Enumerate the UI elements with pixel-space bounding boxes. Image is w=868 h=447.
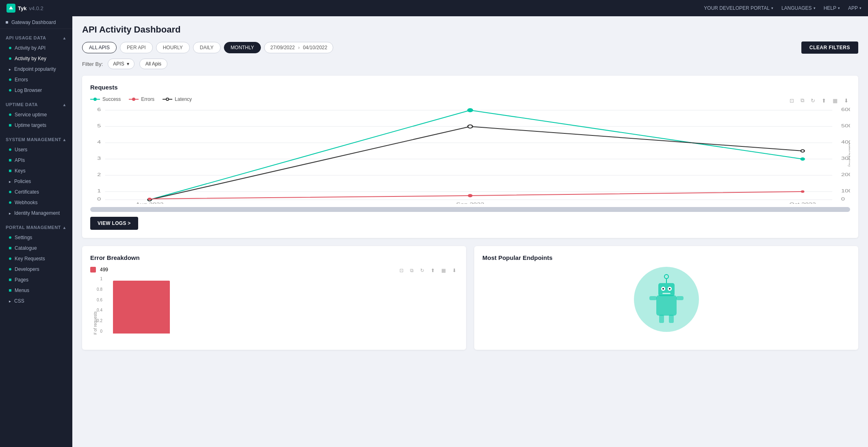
- sidebar-item-log-browser[interactable]: Log Browser: [0, 85, 72, 96]
- dot-icon: [9, 268, 11, 270]
- svg-text:0: 0: [841, 196, 845, 201]
- app-nav[interactable]: APP ▾: [848, 5, 861, 11]
- robot-circle: [634, 267, 699, 332]
- sidebar-item-keys[interactable]: Keys: [0, 166, 72, 176]
- collapse-api-usage-icon[interactable]: ▲: [63, 36, 67, 40]
- svg-text:0: 0: [97, 196, 101, 201]
- app-chevron-icon: ▾: [859, 6, 861, 10]
- chart-icon-refresh[interactable]: ↻: [809, 97, 817, 105]
- error-chart-icon-bar[interactable]: ▦: [440, 267, 447, 274]
- filter-monthly-btn[interactable]: MONTHLY: [224, 42, 261, 53]
- collapse-uptime-icon[interactable]: ▲: [63, 102, 67, 107]
- chart-icon-bar[interactable]: ▦: [831, 97, 839, 105]
- filter-apis-chevron-icon: ▾: [127, 61, 129, 67]
- svg-rect-43: [659, 315, 664, 323]
- date-range-picker[interactable]: 27/09/2022 › 04/10/2022: [264, 42, 333, 53]
- error-breakdown-card: Error Breakdown ⊡ ⧉ ↻ ⬆ ▦ ⬇ 499: [82, 246, 466, 350]
- main-content: API Activity Dashboard ALL APIS PER API …: [72, 16, 868, 447]
- error-chart-icon-expand[interactable]: ⊡: [398, 267, 405, 274]
- sidebar-item-endpoint-popularity[interactable]: ▸ Endpoint popularity: [0, 64, 72, 74]
- dot-icon: [9, 191, 11, 193]
- sidebar-item-identity[interactable]: ▸ Identity Management: [0, 208, 72, 218]
- filter-apis-select[interactable]: APIS ▾: [108, 59, 134, 69]
- svg-text:5: 5: [97, 123, 101, 128]
- chart-icon-expand[interactable]: ⊡: [788, 97, 796, 105]
- dot-icon: [9, 89, 11, 92]
- square-icon: [9, 279, 11, 281]
- legend-latency: Latency: [163, 96, 192, 102]
- filter-per-api-btn[interactable]: PER API: [120, 42, 153, 53]
- chart-icon-copy[interactable]: ⧉: [799, 96, 806, 105]
- legend-latency-label: Latency: [175, 96, 192, 102]
- clear-filters-btn[interactable]: CLEAR FILTERS: [801, 41, 858, 54]
- svg-text:600: 600: [841, 107, 850, 112]
- dot-icon: [9, 47, 11, 49]
- system-section-header: System Management ▲: [0, 133, 72, 144]
- dot-icon: [9, 236, 11, 239]
- dot-icon: [9, 257, 11, 260]
- sidebar: Gateway Dashboard API Usage Data ▲ Activ…: [0, 16, 72, 447]
- chart-scrollbar[interactable]: [90, 207, 850, 212]
- filter-all-apis-btn[interactable]: ALL APIS: [82, 42, 117, 53]
- error-chart-icon-up[interactable]: ⬆: [429, 267, 436, 274]
- error-chart-icon-copy[interactable]: ⧉: [408, 267, 415, 274]
- sidebar-item-webhooks[interactable]: Webhooks: [0, 197, 72, 208]
- sidebar-item-pages[interactable]: Pages: [0, 275, 72, 285]
- svg-point-21: [468, 125, 473, 128]
- error-chart-icon-refresh[interactable]: ↻: [419, 267, 426, 274]
- tyk-version: v4.0.2: [29, 5, 43, 11]
- tyk-logo: Tyk v4.0.2: [7, 4, 43, 13]
- collapse-system-icon[interactable]: ▲: [63, 137, 67, 142]
- requests-title: Requests: [90, 84, 850, 91]
- chart-icon-download[interactable]: ⬇: [842, 97, 850, 105]
- sidebar-item-users[interactable]: Users: [0, 144, 72, 155]
- svg-point-24: [468, 194, 473, 197]
- sidebar-item-activity-api[interactable]: Activity by API: [0, 43, 72, 53]
- sidebar-item-settings[interactable]: Settings: [0, 232, 72, 243]
- tyk-name: Tyk: [18, 5, 26, 11]
- error-chart-toolbar: ⊡ ⧉ ↻ ⬆ ▦ ⬇: [398, 267, 458, 274]
- error-breakdown-title: Error Breakdown: [90, 254, 458, 261]
- help-nav[interactable]: HELP ▾: [824, 5, 840, 11]
- sidebar-item-menus[interactable]: Menus: [0, 285, 72, 296]
- filter-hourly-btn[interactable]: HOURLY: [156, 42, 190, 53]
- svg-text:2: 2: [97, 172, 101, 177]
- sidebar-item-uptime-targets[interactable]: Uptime targets: [0, 120, 72, 131]
- sidebar-item-activity-key[interactable]: Activity by Key: [0, 53, 72, 64]
- sidebar-item-css[interactable]: ▸ CSS: [0, 296, 72, 306]
- portal-section-header: Portal Management ▲: [0, 221, 72, 232]
- languages-nav[interactable]: LANGUAGES ▾: [781, 5, 816, 11]
- svg-text:4: 4: [97, 140, 101, 144]
- languages-chevron-icon: ▾: [814, 6, 816, 10]
- chart-icon-up[interactable]: ⬆: [820, 97, 828, 105]
- sidebar-item-developers[interactable]: Developers: [0, 264, 72, 275]
- popular-endpoints-card: Most Popular Endpoints: [474, 246, 858, 350]
- date-to: 04/10/2022: [303, 45, 327, 50]
- page-title: API Activity Dashboard: [82, 24, 858, 35]
- sidebar-item-policies[interactable]: ▸ Policies: [0, 176, 72, 187]
- svg-text:3: 3: [97, 156, 101, 161]
- sidebar-item-key-requests[interactable]: Key Requests: [0, 253, 72, 264]
- error-color-swatch: [90, 267, 96, 273]
- api-usage-section-header: API Usage Data ▲: [0, 31, 72, 43]
- svg-rect-44: [669, 315, 674, 323]
- filter-daily-btn[interactable]: DAILY: [193, 42, 221, 53]
- developer-portal-nav[interactable]: YOUR DEVELOPER PORTAL ▾: [704, 5, 773, 11]
- sidebar-item-apis[interactable]: APIs: [0, 155, 72, 166]
- view-logs-btn[interactable]: VIEW LOGS >: [90, 217, 138, 230]
- date-range-arrow-icon: ›: [298, 45, 299, 50]
- dot-icon: [9, 113, 11, 116]
- sidebar-item-certificates[interactable]: Certificates: [0, 187, 72, 197]
- filter-all-apis-tag[interactable]: All Apis: [139, 59, 167, 69]
- popular-endpoints-title: Most Popular Endpoints: [482, 254, 850, 261]
- square-icon: [9, 289, 11, 292]
- collapse-portal-icon[interactable]: ▲: [63, 225, 67, 230]
- svg-point-19: [800, 157, 805, 161]
- scrollbar-thumb: [90, 207, 850, 212]
- sidebar-item-errors[interactable]: Errors: [0, 74, 72, 85]
- error-chart-icon-download[interactable]: ⬇: [451, 267, 458, 274]
- sidebar-item-catalogue[interactable]: Catalogue: [0, 243, 72, 253]
- sidebar-item-service-uptime[interactable]: Service uptime: [0, 109, 72, 120]
- filterby-row: Filter By: APIS ▾ All Apis: [82, 59, 858, 69]
- sidebar-item-gateway[interactable]: Gateway Dashboard: [0, 16, 72, 29]
